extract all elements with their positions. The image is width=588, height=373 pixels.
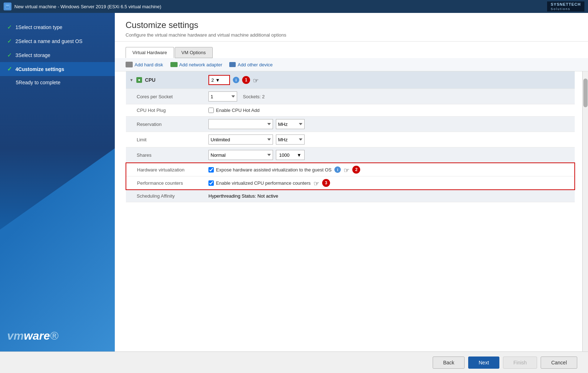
title-bar: New virtual machine - Windows Server 201… xyxy=(0,0,588,13)
sidebar-step5-num: 5 xyxy=(16,80,19,85)
sysnettech-logo: SYSNETTECHSolutions xyxy=(547,1,584,11)
cancel-button[interactable]: Cancel xyxy=(541,357,577,369)
check-icon-3: ✓ xyxy=(7,52,12,58)
device-icon xyxy=(229,62,236,67)
shares-label-cell: Shares xyxy=(126,147,205,163)
perf-counters-checkbox-label[interactable]: Enable virtualized CPU performance count… xyxy=(208,180,311,186)
settings-body: ▼ ■ CPU 2 ▼ xyxy=(115,71,582,351)
settings-content-area: ▼ ■ CPU 2 ▼ xyxy=(115,71,588,351)
settings-table: ▼ ■ CPU 2 ▼ xyxy=(126,71,575,202)
sidebar-item-step5[interactable]: 5 Ready to complete xyxy=(0,76,115,89)
sidebar-step1-label: Select creation type xyxy=(18,24,62,30)
shares-row: Shares Normal Low High Custom xyxy=(126,147,575,163)
sidebar-item-step4[interactable]: ✓ 4 Customize settings xyxy=(0,62,115,76)
expand-arrow-cpu[interactable]: ▼ xyxy=(130,78,133,82)
cores-per-socket-row: Cores per Socket 1 2 Sockets: 2 xyxy=(126,89,575,104)
perf-counters-label-cell: Performance counters xyxy=(126,176,205,190)
shares-value-cell: Normal Low High Custom 1000 ▼ xyxy=(205,147,575,163)
scrollbar-track[interactable] xyxy=(582,71,588,351)
sidebar-step2-num: 2 xyxy=(15,38,18,44)
badge-1: 1 xyxy=(242,76,250,84)
reservation-unit-select[interactable]: MHz GHz xyxy=(276,119,305,129)
sidebar-item-step3[interactable]: ✓ 3 Select storage xyxy=(0,48,115,62)
reservation-select[interactable] xyxy=(208,119,273,129)
hw-virt-label-cell: Hardware virtualization xyxy=(126,163,205,176)
sidebar-step4-num: 4 xyxy=(15,66,18,72)
cpu-info-icon[interactable]: i xyxy=(233,77,239,83)
tabs-row: Virtual Hardware VM Options xyxy=(115,42,588,58)
perf-counters-checkbox[interactable] xyxy=(208,180,214,186)
enable-cpu-hot-add-label[interactable]: Enable CPU Hot Add xyxy=(208,108,571,113)
tab-virtual-hardware[interactable]: Virtual Hardware xyxy=(126,47,174,58)
perf-counters-row: Performance counters Enable virtualized … xyxy=(126,176,575,190)
disk-icon xyxy=(126,62,133,67)
check-icon-4: ✓ xyxy=(7,66,12,72)
cores-per-socket-value-cell: 1 2 Sockets: 2 xyxy=(205,89,575,104)
cpu-count-dropdown[interactable]: 2 ▼ xyxy=(208,75,230,85)
sidebar-step5-label: Ready to complete xyxy=(19,80,61,85)
cores-per-socket-label-cell: Cores per Socket xyxy=(126,89,205,104)
add-network-adapter-button[interactable]: Add network adapter xyxy=(170,62,222,67)
cursor-hand-3: ☞ xyxy=(314,180,319,188)
content-area: Customize settings Configure the virtual… xyxy=(115,13,588,351)
cpu-count-value: 2 xyxy=(211,77,214,83)
back-button[interactable]: Back xyxy=(433,357,465,369)
reservation-value-cell: MHz GHz xyxy=(205,117,575,132)
shares-select[interactable]: Normal Low High Custom xyxy=(208,150,273,160)
hw-virtualization-row: Hardware virtualization Expose hardware … xyxy=(126,163,575,176)
cpu-section-label: CPU xyxy=(145,77,156,83)
vmware-logo: vmware® xyxy=(7,329,58,343)
sidebar-item-step1[interactable]: ✓ 1 Select creation type xyxy=(0,20,115,34)
limit-row: Limit Unlimited Custom MHz GHz xyxy=(126,132,575,147)
hw-virt-checkbox[interactable] xyxy=(208,167,214,173)
reservation-row: Reservation MHz GHz xyxy=(126,117,575,132)
limit-select[interactable]: Unlimited Custom xyxy=(208,134,273,145)
next-button[interactable]: Next xyxy=(468,357,499,369)
sidebar: ✓ 1 Select creation type ✓ 2 Select a na… xyxy=(0,13,115,351)
check-icon-1: ✓ xyxy=(7,24,12,30)
cpu-hot-plug-value-cell: Enable CPU Hot Add xyxy=(205,104,575,117)
footer: Back Next Finish Cancel xyxy=(0,351,588,373)
page-title: Customize settings xyxy=(126,20,577,30)
shares-num-arrow: ▼ xyxy=(297,152,301,158)
perf-counters-value-cell: Enable virtualized CPU performance count… xyxy=(205,176,575,190)
sidebar-step2-label: Select a name and guest OS xyxy=(18,38,83,44)
window-title: New virtual machine - Windows Server 201… xyxy=(14,4,161,9)
cpu-dropdown-arrow: ▼ xyxy=(215,77,220,83)
add-other-device-button[interactable]: Add other device xyxy=(229,62,273,67)
sidebar-item-step2[interactable]: ✓ 2 Select a name and guest OS xyxy=(0,34,115,48)
scheduling-affinity-row: Scheduling Affinity Hyperthreading Statu… xyxy=(126,190,575,202)
cpu-icon: ■ xyxy=(136,77,142,83)
page-subtitle: Configure the virtual machine hardware a… xyxy=(126,32,577,38)
hw-virt-value-cell: Expose hardware assisted virtualization … xyxy=(205,163,575,176)
cursor-hand-1: ☞ xyxy=(253,77,259,85)
cores-per-socket-select[interactable]: 1 2 xyxy=(208,91,237,101)
sidebar-step1-num: 1 xyxy=(15,24,18,30)
sidebar-step4-label: Customize settings xyxy=(18,66,64,72)
svg-rect-1 xyxy=(6,5,9,6)
tab-vm-options[interactable]: VM Options xyxy=(175,47,213,58)
cpu-hot-plug-label-cell: CPU Hot Plug xyxy=(126,104,205,117)
check-icon-2: ✓ xyxy=(7,38,12,44)
toolbar: Add hard disk Add network adapter Add ot… xyxy=(115,58,588,71)
finish-button[interactable]: Finish xyxy=(503,357,537,369)
app-icon xyxy=(4,3,11,10)
shares-num-box: 1000 ▼ xyxy=(276,150,305,160)
badge-2: 2 xyxy=(352,166,360,174)
reservation-label-cell: Reservation xyxy=(126,117,205,132)
cpu-row: ▼ ■ CPU 2 ▼ xyxy=(126,71,575,89)
limit-unit-select[interactable]: MHz GHz xyxy=(276,134,305,145)
sidebar-step3-label: Select storage xyxy=(18,52,51,58)
cpu-hot-plug-row: CPU Hot Plug Enable CPU Hot Add xyxy=(126,104,575,117)
limit-value-cell: Unlimited Custom MHz GHz xyxy=(205,132,575,147)
scheduling-affinity-label-cell: Scheduling Affinity xyxy=(126,190,205,202)
cpu-hot-add-checkbox[interactable] xyxy=(208,108,214,113)
scheduling-affinity-value-cell: Hyperthreading Status: Not active xyxy=(205,190,575,202)
hw-virt-checkbox-label[interactable]: Expose hardware assisted virtualization … xyxy=(208,167,331,173)
hw-virt-info-icon[interactable]: i xyxy=(334,166,341,173)
sidebar-step3-num: 3 xyxy=(15,52,18,58)
add-hard-disk-button[interactable]: Add hard disk xyxy=(126,62,163,67)
scrollbar-thumb[interactable] xyxy=(583,79,588,107)
network-icon xyxy=(170,62,178,67)
cursor-hand-2: ☞ xyxy=(344,166,349,174)
